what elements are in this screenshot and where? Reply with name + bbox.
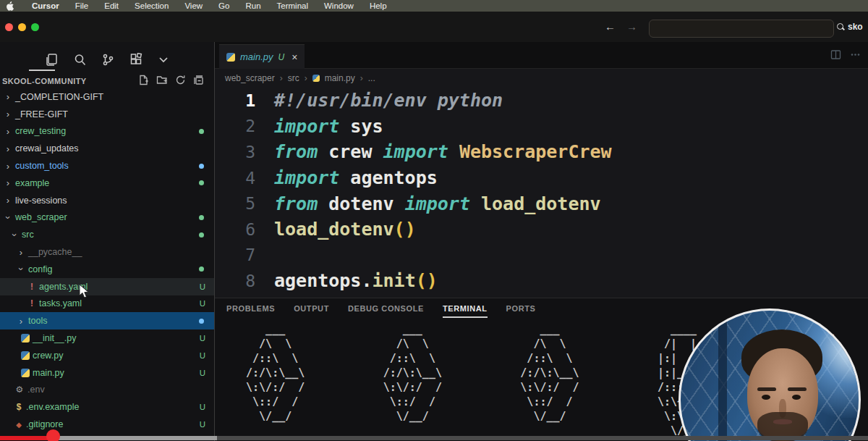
code-token: dotenv [328, 193, 404, 214]
progress-scrubber[interactable] [46, 429, 60, 441]
menu-item-terminal[interactable]: Terminal [269, 1, 316, 10]
traffic-light-minimize[interactable] [18, 23, 26, 31]
sidebar: SKOOL-COMMUNITY ›_COMPLETION-GIFT›_FREE-… [0, 42, 214, 441]
fence-pole [718, 311, 727, 441]
back-arrow-icon[interactable]: ← [605, 20, 616, 33]
collapse-all-icon[interactable] [193, 75, 204, 88]
tab-git-badge: U [278, 52, 285, 62]
explorer-icon[interactable] [45, 53, 59, 67]
line-number: 8 [215, 272, 274, 290]
git-untracked-badge: U [200, 369, 205, 377]
tree-item-label: example [15, 178, 49, 188]
menu-item-window[interactable]: Window [316, 1, 362, 10]
code-token: WebscraperCrew [459, 141, 612, 162]
tree-item--env-example[interactable]: $.env.exampleU [0, 398, 214, 416]
tree-item-label: web_scraper [15, 212, 67, 222]
chevron-collapsed-icon: › [4, 126, 12, 137]
traffic-light-zoom[interactable] [31, 23, 39, 31]
tree-item-label: config [28, 264, 52, 274]
panel-tab-output[interactable]: OUTPUT [294, 304, 329, 313]
tree-item-crew-py[interactable]: crew.pyU [0, 347, 214, 364]
tree-item-crewai-updates[interactable]: ›crewai_updates [0, 140, 214, 157]
code-token: import [274, 116, 350, 137]
chevron-expanded-icon: › [3, 213, 14, 222]
titlebar-search-shortcut[interactable]: sko [837, 22, 863, 32]
file-tree: ›_COMPLETION-GIFT›_FREE-GIFT›crew_testin… [0, 88, 214, 433]
code-token: crew [328, 141, 383, 162]
panel-tab-ports[interactable]: PORTS [506, 304, 536, 313]
apple-icon[interactable] [6, 1, 14, 11]
panel-tab-problems[interactable]: PROBLEMS [226, 304, 275, 313]
presenter-face [747, 348, 818, 441]
new-folder-icon[interactable] [156, 75, 168, 88]
tree-item-web-scraper[interactable]: ›web_scraper [0, 209, 214, 227]
menu-item-help[interactable]: Help [362, 1, 395, 10]
editor-group: main.py U × web_scraper›src›main.py›... … [215, 42, 868, 298]
search-icon[interactable] [73, 53, 87, 67]
tree-item-live-sessions[interactable]: ›live-sessions [0, 192, 214, 209]
breadcrumb-item[interactable]: src [288, 73, 299, 83]
menu-item-edit[interactable]: Edit [96, 1, 127, 10]
source-control-icon[interactable] [101, 53, 115, 67]
extensions-icon[interactable] [129, 53, 143, 67]
tree-item-main-py[interactable]: main.pyU [0, 364, 214, 382]
menu-item-run[interactable]: Run [237, 1, 268, 10]
breadcrumb[interactable]: web_scraper›src›main.py›... [215, 69, 868, 88]
explorer-section-header[interactable]: SKOOL-COMMUNITY [0, 74, 214, 88]
new-file-icon[interactable] [138, 75, 149, 88]
git-change-dot [199, 215, 204, 220]
git-change-dot [199, 180, 204, 185]
panel-tab-terminal[interactable]: TERMINAL [443, 304, 488, 313]
git-untracked-badge: U [200, 334, 205, 343]
split-editor-icon[interactable] [830, 49, 841, 63]
line-number: 7 [215, 245, 274, 264]
tree-item-custom-tools[interactable]: ›custom_tools [0, 157, 214, 175]
code-area[interactable]: 1#!/usr/bin/env python2import sys3from c… [215, 88, 868, 298]
tab-main-py[interactable]: main.py U × [219, 44, 305, 69]
tree-item-example[interactable]: ›example [0, 175, 214, 192]
titlebar-search-box[interactable] [649, 20, 834, 38]
tree-item--free-gift[interactable]: ›_FREE-GIFT [0, 106, 214, 123]
forward-arrow-icon[interactable]: → [626, 20, 637, 33]
code-token: sys [350, 116, 383, 137]
video-progress-bar[interactable] [0, 434, 868, 441]
tree-item--completion-gift[interactable]: ›_COMPLETION-GIFT [0, 88, 214, 106]
refresh-icon[interactable] [175, 75, 186, 88]
tree-item-crew-testing[interactable]: ›crew_testing [0, 123, 214, 140]
code-token: from [274, 141, 328, 162]
tree-item-tasks-yaml[interactable]: !tasks.yamlU [0, 295, 214, 313]
yaml-file-icon: ! [27, 298, 36, 308]
chevron-down-icon[interactable] [158, 54, 169, 65]
tree-item-label: _FREE-GIFT [15, 109, 68, 119]
breadcrumb-item[interactable]: web_scraper [225, 73, 275, 83]
menu-item-view[interactable]: View [176, 1, 210, 10]
chevron-collapsed-icon: › [17, 247, 25, 258]
menu-item-go[interactable]: Go [210, 1, 237, 10]
python-file-icon [21, 369, 30, 377]
tree-item-label: tools [28, 316, 47, 326]
menu-item-file[interactable]: File [67, 1, 97, 10]
panel-tab-debug-console[interactable]: DEBUG CONSOLE [348, 304, 424, 313]
code-token: agentops [350, 167, 437, 188]
tree-item--pycache-[interactable]: ›__pycache__ [0, 243, 214, 261]
git-untracked-badge: U [200, 403, 205, 411]
tree-item-src[interactable]: ›src [0, 226, 214, 243]
shell-file-icon: $ [14, 402, 23, 412]
breadcrumb-item[interactable]: ... [368, 73, 375, 83]
line-number: 2 [215, 117, 274, 135]
tree-item--env[interactable]: ⚙.env [0, 382, 214, 399]
tree-item-tools[interactable]: ›tools [0, 312, 214, 329]
tab-close-icon[interactable]: × [292, 51, 297, 63]
code-token: import [405, 193, 481, 214]
menu-item-selection[interactable]: Selection [127, 1, 176, 10]
tree-item--init-py[interactable]: __init__.pyU [0, 329, 214, 347]
tree-item--gitignore[interactable]: ◆.gitignoreU [0, 416, 214, 433]
menu-item-cursor[interactable]: Cursor [24, 1, 67, 10]
chevron-expanded-icon: › [16, 265, 27, 274]
traffic-light-close[interactable] [5, 23, 13, 31]
more-actions-icon[interactable] [850, 49, 861, 63]
tree-item-config[interactable]: ›config [0, 261, 214, 278]
tree-item-agents-yaml[interactable]: !agents.yamlU [0, 278, 214, 295]
chevron-collapsed-icon: › [17, 316, 25, 327]
breadcrumb-item[interactable]: main.py [325, 73, 355, 83]
